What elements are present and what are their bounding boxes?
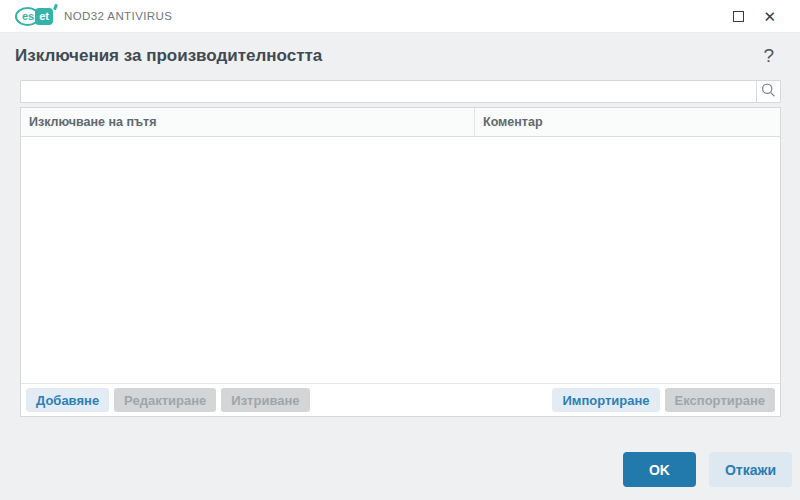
close-icon: ✕ <box>763 8 776 25</box>
cancel-button[interactable]: Откажи <box>709 452 792 487</box>
window-controls: ✕ <box>733 9 776 24</box>
exclusions-panel: Изключване на пътя Коментар Добавяне Ред… <box>20 107 781 417</box>
eset-logo-tick <box>53 3 58 10</box>
search-button[interactable] <box>756 81 780 102</box>
search-bar <box>20 80 781 103</box>
titlebar: eset NOD32 ANTIVIRUS ✕ <box>0 0 800 33</box>
delete-button[interactable]: Изтриване <box>221 388 309 412</box>
help-icon: ? <box>763 45 774 66</box>
toolbar: Добавяне Редактиране Изтриване Импортира… <box>21 383 780 416</box>
page-title: Изключения за производителността <box>15 46 322 66</box>
eset-logo-et: et <box>35 8 53 25</box>
search-icon <box>760 82 777 102</box>
brand-text: NOD32 ANTIVIRUS <box>64 10 172 22</box>
page-header: Изключения за производителността ? <box>0 33 800 80</box>
dialog-footer: OK Откажи <box>0 452 800 487</box>
export-button[interactable]: Експортиране <box>665 388 775 412</box>
column-header-comment[interactable]: Коментар <box>475 108 780 136</box>
ok-button[interactable]: OK <box>623 452 696 487</box>
maximize-button[interactable] <box>733 11 744 22</box>
window: eset NOD32 ANTIVIRUS ✕ Изключения за про… <box>0 0 800 487</box>
edit-button[interactable]: Редактиране <box>114 388 216 412</box>
eset-logo: eset <box>15 7 53 26</box>
help-button[interactable]: ? <box>763 46 774 66</box>
column-header-path[interactable]: Изключване на пътя <box>21 108 475 136</box>
table-body[interactable] <box>21 137 780 383</box>
import-button[interactable]: Импортиране <box>552 388 659 412</box>
add-button[interactable]: Добавяне <box>26 388 109 412</box>
table-header: Изключване на пътя Коментар <box>21 108 780 137</box>
search-input[interactable] <box>21 81 756 102</box>
close-button[interactable]: ✕ <box>763 9 776 24</box>
